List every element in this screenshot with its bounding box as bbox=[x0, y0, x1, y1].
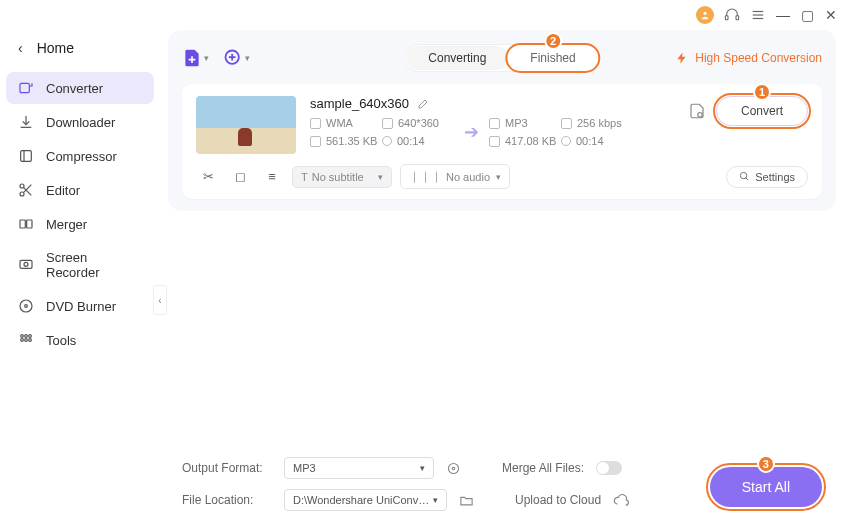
add-url-button[interactable]: ▾ bbox=[223, 48, 250, 68]
arrow-right-icon: ➔ bbox=[464, 121, 479, 143]
converter-icon bbox=[18, 80, 34, 96]
svg-rect-2 bbox=[736, 16, 739, 20]
main: ▾ ▾ Converting 2 Finished bbox=[160, 30, 850, 525]
svg-rect-1 bbox=[725, 16, 728, 20]
convert-label: Convert bbox=[741, 104, 783, 118]
merge-icon bbox=[18, 216, 34, 232]
trim-button[interactable]: ✂ bbox=[196, 165, 220, 189]
magnify-icon bbox=[739, 171, 750, 182]
svg-point-9 bbox=[20, 184, 24, 188]
compress-icon bbox=[18, 148, 34, 164]
svg-point-0 bbox=[703, 12, 706, 15]
svg-point-23 bbox=[25, 339, 28, 342]
cloud-icon[interactable] bbox=[613, 492, 629, 508]
tab-finished[interactable]: 2 Finished bbox=[508, 46, 597, 70]
subtitle-icon: T bbox=[301, 171, 308, 183]
upload-label: Upload to Cloud bbox=[515, 493, 601, 507]
chevron-down-icon: ▾ bbox=[245, 53, 250, 63]
svg-rect-13 bbox=[20, 220, 25, 228]
tab-finished-label: Finished bbox=[530, 51, 575, 65]
dst-format: MP3 bbox=[505, 117, 528, 129]
svg-rect-15 bbox=[20, 260, 32, 268]
video-thumbnail[interactable] bbox=[196, 96, 296, 154]
sidebar-item-label: Merger bbox=[46, 217, 87, 232]
sidebar-item-merger[interactable]: Merger bbox=[6, 208, 154, 240]
sidebar-item-screen-recorder[interactable]: Screen Recorder bbox=[6, 242, 154, 288]
disc-icon bbox=[18, 298, 34, 314]
file-location-label: File Location: bbox=[182, 493, 272, 507]
src-res: 640*360 bbox=[398, 117, 439, 129]
sidebar-item-compressor[interactable]: Compressor bbox=[6, 140, 154, 172]
chevron-down-icon: ▾ bbox=[433, 495, 438, 505]
svg-point-18 bbox=[25, 305, 28, 308]
svg-point-10 bbox=[20, 192, 24, 196]
footer: Output Format: MP3 ▾ Merge All Files: Fi… bbox=[168, 447, 836, 525]
panel-header: ▾ ▾ Converting 2 Finished bbox=[182, 42, 822, 74]
settings-label: Settings bbox=[755, 171, 795, 183]
chevron-down-icon: ▾ bbox=[496, 172, 501, 182]
sidebar-item-converter[interactable]: Converter bbox=[6, 72, 154, 104]
nav-list: Converter Downloader Compressor Editor M… bbox=[6, 72, 154, 356]
output-format-select[interactable]: MP3 ▾ bbox=[284, 457, 434, 479]
format-icon bbox=[489, 118, 500, 129]
back-icon[interactable]: ‹ bbox=[18, 40, 23, 56]
resolution-icon bbox=[382, 118, 393, 129]
output-format-value: MP3 bbox=[293, 462, 316, 474]
sidebar-item-editor[interactable]: Editor bbox=[6, 174, 154, 206]
svg-point-22 bbox=[21, 339, 24, 342]
svg-rect-6 bbox=[20, 83, 29, 92]
merge-toggle[interactable] bbox=[596, 461, 622, 475]
dst-bitrate: 256 kbps bbox=[577, 117, 622, 129]
high-speed-toggle[interactable]: High Speed Conversion bbox=[675, 51, 822, 65]
sidebar-item-downloader[interactable]: Downloader bbox=[6, 106, 154, 138]
subtitle-select[interactable]: TNo subtitle ▾ bbox=[292, 166, 392, 188]
settings-button[interactable]: Settings bbox=[726, 166, 808, 188]
callout-badge-2: 2 bbox=[544, 32, 562, 50]
src-dur: 00:14 bbox=[397, 135, 425, 147]
window-maximize[interactable]: ▢ bbox=[800, 7, 814, 23]
format-icon bbox=[310, 118, 321, 129]
bitrate-icon bbox=[561, 118, 572, 129]
hamburger-icon[interactable] bbox=[750, 7, 766, 23]
src-format: WMA bbox=[326, 117, 353, 129]
start-all-button[interactable]: Start All bbox=[710, 467, 822, 507]
sidebar-item-dvd-burner[interactable]: DVD Burner bbox=[6, 290, 154, 322]
audio-select[interactable]: ｜｜｜No audio ▾ bbox=[400, 164, 510, 189]
card-tools: ✂ ◻ ≡ TNo subtitle ▾ ｜｜｜No audio ▾ Setti… bbox=[196, 164, 808, 189]
crop-button[interactable]: ◻ bbox=[228, 165, 252, 189]
file-location-value: D:\Wondershare UniConverter 1 bbox=[293, 494, 433, 506]
panel: ▾ ▾ Converting 2 Finished bbox=[168, 30, 836, 211]
convert-button[interactable]: 1 Convert bbox=[716, 96, 808, 126]
sidebar-item-tools[interactable]: Tools bbox=[6, 324, 154, 356]
chevron-down-icon: ▾ bbox=[420, 463, 425, 473]
download-icon bbox=[18, 114, 34, 130]
support-icon[interactable] bbox=[724, 7, 740, 23]
svg-point-21 bbox=[29, 335, 32, 338]
tab-converting[interactable]: Converting bbox=[406, 46, 508, 70]
home-row[interactable]: ‹ Home bbox=[6, 36, 154, 72]
src-size: 561.35 KB bbox=[326, 135, 377, 147]
output-settings-icon[interactable] bbox=[688, 102, 706, 120]
tab-segment: Converting 2 Finished bbox=[404, 44, 599, 72]
add-file-button[interactable]: ▾ bbox=[182, 48, 209, 68]
chevron-down-icon: ▾ bbox=[378, 172, 383, 182]
sidebar-item-label: DVD Burner bbox=[46, 299, 116, 314]
audio-icon: ｜｜｜ bbox=[409, 169, 442, 184]
scissors-icon bbox=[18, 182, 34, 198]
start-all-label: Start All bbox=[742, 479, 790, 495]
sidebar-item-label: Compressor bbox=[46, 149, 117, 164]
svg-point-16 bbox=[24, 262, 28, 266]
window-close[interactable]: ✕ bbox=[824, 7, 838, 23]
edit-name-icon[interactable] bbox=[417, 98, 429, 110]
titlebar: — ▢ ✕ bbox=[0, 0, 850, 30]
bolt-icon bbox=[675, 51, 689, 65]
open-folder-icon[interactable] bbox=[459, 493, 475, 508]
format-settings-icon[interactable] bbox=[446, 461, 462, 476]
window-minimize[interactable]: — bbox=[776, 7, 790, 23]
svg-point-19 bbox=[21, 335, 24, 338]
file-location-select[interactable]: D:\Wondershare UniConverter 1 ▾ bbox=[284, 489, 447, 511]
sidebar-collapse[interactable]: ‹ bbox=[153, 285, 167, 315]
effects-button[interactable]: ≡ bbox=[260, 165, 284, 189]
svg-point-24 bbox=[29, 339, 32, 342]
user-avatar[interactable] bbox=[696, 6, 714, 24]
